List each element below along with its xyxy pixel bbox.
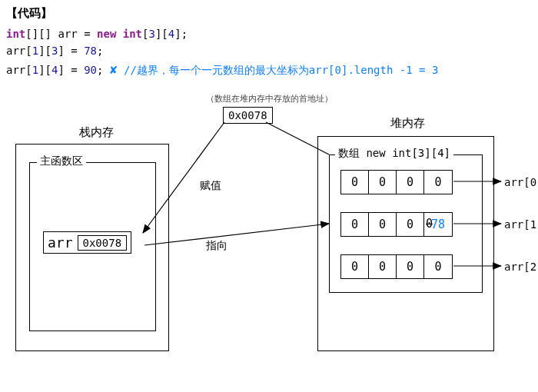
brackets: [][] — [25, 28, 58, 40]
arr-variable-cell: arr 0x0078 — [43, 231, 131, 254]
l3-mid: ][ — [38, 64, 51, 76]
stack-title: 栈内存 — [79, 125, 114, 140]
l2-i: 1 — [32, 45, 38, 57]
dim1: 3 — [148, 28, 154, 40]
cell-0-2: 0 — [397, 171, 424, 194]
dim-sep: ][ — [155, 28, 168, 40]
code-line-2: arr[1][3] = 78; — [6, 42, 532, 59]
cell-2-1: 0 — [369, 255, 397, 278]
code-line-3: arr[1][4] = 90; ✘ //越界，每一个一元数组的最大坐标为arr[… — [6, 60, 532, 80]
error-comment: //越界，每一个一元数组的最大坐标为arr[0].length -1 = 3 — [118, 64, 439, 76]
var-decl: arr = — [58, 28, 97, 40]
cell-0-0: 0 — [341, 171, 369, 194]
address-note: （数组在堆内存中存放的首地址） — [206, 93, 333, 105]
l3-pre: arr[ — [6, 64, 32, 76]
address-box: 0x0078 — [223, 107, 273, 124]
l2-mid: ][ — [38, 45, 51, 57]
cell-2-2: 0 — [397, 255, 424, 278]
dim2: 4 — [168, 28, 174, 40]
arr-out-2: arr[2] — [504, 261, 538, 273]
l3-post: ] = — [58, 64, 84, 76]
array-row-2: 0 0 0 0 — [340, 254, 453, 279]
point-label: 指向 — [206, 239, 227, 253]
cell-1-3-old: 0 — [426, 217, 433, 231]
page-title: 【代码】 — [6, 6, 532, 21]
cell-1-0: 0 — [341, 213, 369, 236]
dim-close: ]; — [174, 28, 188, 40]
assign-label: 赋值 — [200, 179, 221, 193]
code-block: int[][] arr = new int[3][4]; arr[1][3] =… — [6, 25, 532, 79]
memory-diagram: （数组在堆内存中存放的首地址） 0x0078 栈内存 堆内存 主函数区 arr … — [6, 93, 532, 362]
arr-var-name: arr — [48, 234, 73, 251]
l2-post: ] = — [58, 45, 84, 57]
l3-end: ; — [97, 64, 110, 76]
cell-2-0: 0 — [341, 255, 369, 278]
l2-val: 78 — [84, 45, 97, 57]
cell-1-1: 0 — [369, 213, 397, 236]
main-function-legend: 主函数区 — [37, 154, 86, 168]
cell-2-3: 0 — [424, 255, 452, 278]
array-legend: 数组 new int[3][4] — [335, 147, 453, 161]
arr-out-1: arr[1] — [504, 218, 538, 231]
heap-title: 堆内存 — [390, 116, 425, 131]
error-x-icon: ✘ — [110, 62, 118, 77]
l3-i: 1 — [32, 64, 38, 76]
l2-pre: arr[ — [6, 45, 32, 57]
svg-line-2 — [144, 224, 329, 245]
l3-val: 90 — [84, 64, 97, 76]
l2-end: ; — [97, 45, 103, 57]
cell-0-1: 0 — [369, 171, 397, 194]
type-keyword: int — [6, 28, 25, 40]
arr-var-value: 0x0078 — [78, 235, 128, 251]
code-line-1: int[][] arr = new int[3][4]; — [6, 25, 532, 42]
cell-0-3: 0 — [424, 171, 452, 194]
arr-out-0: arr[0] — [504, 176, 538, 188]
array-row-1: 0 0 0 78 — [340, 212, 453, 237]
cell-1-2: 0 — [397, 213, 424, 236]
new-keyword: new int — [97, 28, 142, 40]
array-row-0: 0 0 0 0 — [340, 170, 453, 194]
